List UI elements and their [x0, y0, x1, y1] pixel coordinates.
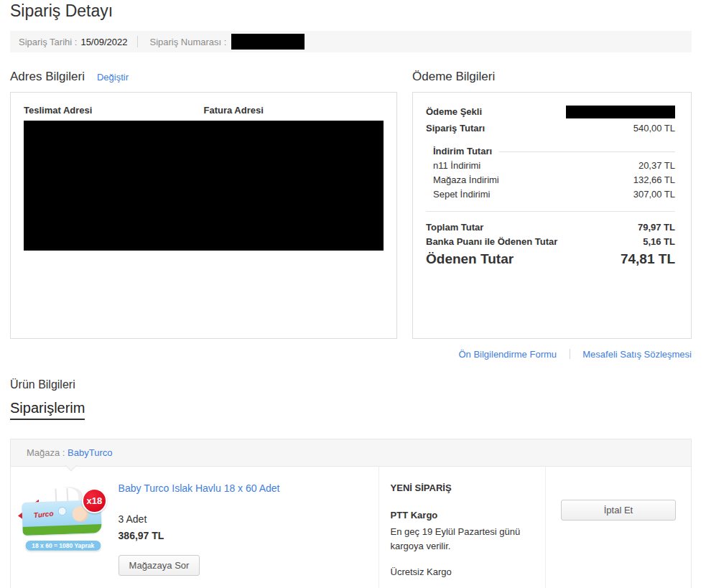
product-quantity: 3 Adet [119, 513, 371, 525]
order-status: YENİ SİPARİŞ [391, 482, 534, 493]
contract-links: Ön Bilgilendirme Formu Mesafeli Satış Sö… [10, 349, 692, 362]
discount-label: n11 İndirimi [433, 159, 480, 173]
pre-information-form-link[interactable]: Ön Bilgilendirme Formu [458, 349, 557, 360]
discount-value: 307,00 TL [633, 187, 675, 202]
bank-points-label: Banka Puanı ile Ödenen Tutar [426, 235, 557, 249]
discount-label: Mağaza İndirimi [433, 173, 499, 187]
order-date-label: Sipariş Tarihi : [19, 37, 77, 47]
payment-heading: Ödeme Bilgileri [412, 70, 495, 84]
discount-value: 132,66 TL [633, 173, 675, 187]
discount-value: 20,37 TL [638, 159, 675, 173]
cancel-order-button[interactable]: İptal Et [561, 500, 676, 521]
product-title-link[interactable]: Baby Turco Islak Havlu 18 x 60 Adet [119, 482, 280, 494]
package-stamp [57, 507, 66, 515]
payment-method-redacted [566, 106, 675, 118]
distance-sales-contract-link[interactable]: Mesafeli Satış Sözleşmesi [582, 349, 692, 360]
order-number-label: Sipariş Numarası : [149, 37, 226, 47]
payment-panel: Ödeme Şekli Sipariş Tutarı 540,00 TL İnd… [412, 92, 692, 339]
pack-info-pill: 18 x 60 = 1080 Yaprak [24, 540, 101, 551]
order-action-cell: İptal Et [545, 467, 691, 588]
product-price: 386,97 TL [119, 530, 371, 541]
address-section: Adres Bilgileri Değiştir Teslimat Adresi… [10, 70, 397, 339]
order-detail-page: Sipariş Detayı Sipariş Tarihi : 15/09/20… [0, 0, 706, 588]
bank-points-value: 5,16 TL [643, 235, 675, 249]
store-header: Mağaza : BabyTurco [11, 439, 691, 467]
product-info-cell: Baby Turco Islak Havlu 18 x 60 Adet 3 Ad… [116, 467, 378, 588]
payment-method-label: Ödeme Şekli [426, 105, 482, 119]
product-info-heading: Ürün Bilgileri [10, 378, 692, 391]
discount-label: Sepet İndirimi [433, 187, 490, 202]
delivery-address-header: Teslimat Adresi [24, 105, 204, 116]
store-link[interactable]: BabyTurco [68, 447, 112, 458]
product-image[interactable]: Turco x18 18 x 60 = 1080 Yaprak [21, 487, 106, 551]
tab-my-orders[interactable]: Siparişlerim [10, 400, 85, 420]
address-panel: Teslimat Adresi Fatura Adresi [10, 92, 397, 339]
change-address-link[interactable]: Değiştir [97, 72, 129, 83]
store-label: Mağaza : [27, 447, 65, 458]
cargo-note: En geç 19 Eylül Pazartesi günü kargoya v… [391, 525, 524, 554]
divider [499, 151, 675, 152]
package-grass [22, 524, 101, 536]
discount-row: Mağaza İndirimi 132,66 TL [433, 173, 675, 187]
order-date-value: 15/09/2022 [80, 37, 127, 47]
order-summary-bar: Sipariş Tarihi : 15/09/2022 Sipariş Numa… [10, 31, 692, 52]
ask-store-button[interactable]: Mağazaya Sor [119, 555, 200, 576]
order-amount-label: Sipariş Tutarı [426, 121, 485, 136]
address-redacted [24, 121, 384, 251]
x18-badge: x18 [82, 488, 107, 513]
invoice-address-header: Fatura Adresi [204, 105, 384, 116]
free-shipping-label: Ücretsiz Kargo [391, 566, 534, 577]
order-amount-value: 540,00 TL [633, 121, 675, 136]
page-title: Sipariş Detayı [10, 0, 692, 21]
divider [426, 211, 675, 212]
payment-section: Ödeme Bilgileri Ödeme Şekli Sipariş Tuta… [412, 70, 692, 339]
discount-row: n11 İndirimi 20,37 TL [433, 159, 675, 173]
order-number-redacted [231, 34, 305, 50]
total-amount-label: Toplam Tutar [426, 220, 483, 235]
package-logo: Turco [33, 509, 54, 519]
paid-amount-value: 74,81 TL [621, 250, 675, 269]
order-status-cell: YENİ SİPARİŞ PTT Kargo En geç 19 Eylül P… [378, 467, 545, 588]
order-card: Mağaza : BabyTurco Turco x18 18 x 60 = 1… [10, 439, 692, 588]
divider [137, 36, 138, 47]
address-heading: Adres Bilgileri [10, 70, 85, 84]
paid-amount-label: Ödenen Tutar [426, 250, 514, 269]
product-image-cell: Turco x18 18 x 60 = 1080 Yaprak [11, 467, 116, 588]
divider [570, 349, 570, 359]
total-amount-value: 79,97 TL [638, 220, 675, 235]
cargo-company: PTT Kargo [391, 510, 534, 521]
discount-block: İndirim Tutarı n11 İndirimi 20,37 TL Mağ… [426, 144, 675, 202]
discount-row: Sepet İndirimi 307,00 TL [433, 187, 675, 202]
discount-heading: İndirim Tutarı [433, 144, 492, 159]
